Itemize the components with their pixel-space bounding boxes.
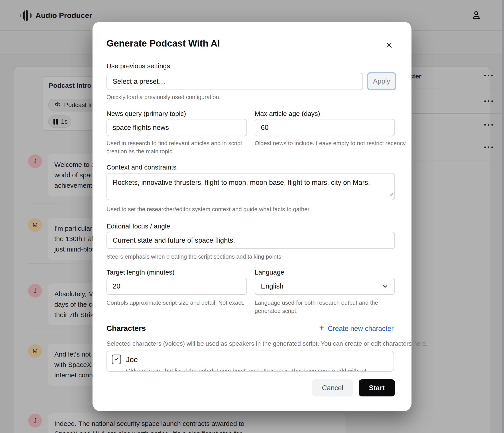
news-query-label: News query (primary topic) <box>107 110 186 117</box>
editorial-input[interactable] <box>107 232 395 249</box>
max-age-input[interactable] <box>255 119 395 136</box>
check-icon <box>114 356 119 363</box>
language-helper: Language used for both research output a… <box>255 299 399 315</box>
preset-label: Use previous settings <box>107 62 170 70</box>
modal-title: Generate Podcast With AI <box>107 38 220 49</box>
character-checkbox[interactable] <box>112 355 121 364</box>
character-card-joe[interactable]: Joe Older person, that lived through dot… <box>107 351 394 372</box>
context-helper: Used to set the researcher/editor system… <box>107 205 311 213</box>
chevron-down-icon <box>382 283 389 292</box>
language-select[interactable]: English <box>255 278 395 295</box>
create-new-character-link[interactable]: Create new character <box>317 324 395 333</box>
news-query-helper: Used in research to find relevant articl… <box>107 139 251 156</box>
news-query-input[interactable] <box>107 119 247 136</box>
close-button[interactable] <box>384 41 394 50</box>
target-length-helper: Controls approximate script size and det… <box>107 299 244 307</box>
resize-handle-icon[interactable] <box>389 189 393 198</box>
characters-description: Selected characters (voices) will be use… <box>107 339 427 348</box>
editorial-helper: Steers emphasis when creating the script… <box>107 253 283 261</box>
apply-preset-button[interactable]: Apply <box>367 72 396 90</box>
editorial-label: Editorial focus / angle <box>107 223 170 230</box>
context-value: Rockets, innovative thrusters, flight to… <box>113 179 370 186</box>
max-age-helper: Oldest news to include. Leave empty to n… <box>255 139 407 147</box>
create-new-character-label: Create new character <box>328 325 394 333</box>
character-name: Joe <box>126 355 138 364</box>
context-textarea[interactable]: Rockets, innovative thrusters, flight to… <box>107 173 395 200</box>
target-length-label: Target length (minutes) <box>107 268 175 276</box>
preset-helper: Quickly load a previously used configura… <box>107 93 221 101</box>
cancel-button[interactable]: Cancel <box>312 379 353 397</box>
max-age-label: Max article age (days) <box>255 110 320 117</box>
generate-podcast-modal: Generate Podcast With AI Use previous se… <box>92 22 412 411</box>
language-label: Language <box>255 268 284 276</box>
start-button[interactable]: Start <box>359 379 395 397</box>
language-value: English <box>261 282 284 290</box>
target-length-input[interactable] <box>107 278 247 295</box>
character-description: Older person, that lived through dot com… <box>126 367 367 372</box>
characters-heading: Characters <box>107 324 146 333</box>
screen: Audio Producer Episode 8 <box>0 0 504 433</box>
preset-select[interactable]: Select a preset… <box>107 73 363 90</box>
context-label: Context and constraints <box>107 164 176 171</box>
close-icon <box>385 41 393 50</box>
preset-placeholder: Select a preset… <box>113 78 165 86</box>
plus-icon <box>319 325 325 333</box>
